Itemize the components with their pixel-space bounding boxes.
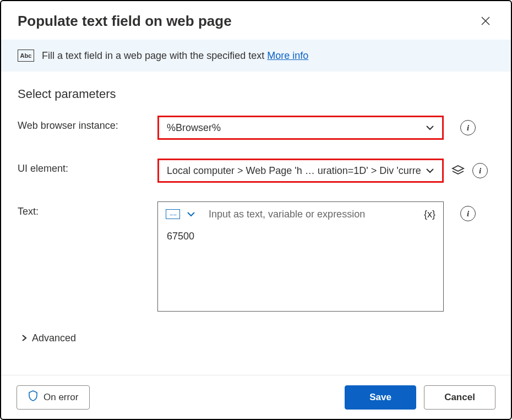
dialog-header: Populate text field on web page [1, 1, 511, 40]
param-row-ui-element: UI element: Local computer > Web Page 'h… [18, 159, 494, 183]
text-input-toolbar: – – Input as text, variable or expressio… [158, 202, 443, 226]
svg-marker-2 [453, 166, 464, 171]
chevron-right-icon [21, 332, 28, 344]
layers-icon [451, 164, 465, 177]
save-button[interactable]: Save [345, 385, 416, 410]
ui-element-label: UI element: [18, 159, 144, 174]
browser-value: %Browser% [167, 122, 221, 134]
text-placeholder: Input as text, variable or expression [209, 209, 417, 220]
dialog-title: Populate text field on web page [18, 13, 232, 30]
chevron-down-icon[interactable] [187, 210, 195, 219]
on-error-button[interactable]: On error [17, 385, 90, 410]
browser-select[interactable]: %Browser% [157, 116, 444, 140]
text-value[interactable]: 67500 [158, 226, 443, 247]
insert-variable-button[interactable]: {x} [424, 209, 435, 220]
dialog-footer: On error Save Cancel [1, 375, 511, 419]
text-mode-icon[interactable]: – – [166, 209, 180, 219]
text-input[interactable]: – – Input as text, variable or expressio… [157, 201, 444, 312]
info-text-wrap: Fill a text field in a web page with the… [42, 50, 308, 62]
info-text: Fill a text field in a web page with the… [42, 50, 267, 61]
param-row-browser: Web browser instance: %Browser% i [18, 116, 494, 140]
ui-element-field-col: Local computer > Web Page 'h … uration=1… [157, 159, 494, 183]
dialog-body: Select parameters Web browser instance: … [1, 72, 511, 375]
ui-element-select[interactable]: Local computer > Web Page 'h … uration=1… [157, 159, 444, 183]
chevron-down-icon [426, 123, 434, 132]
section-heading: Select parameters [18, 87, 494, 101]
chevron-down-icon [426, 166, 434, 175]
footer-actions: Save Cancel [345, 385, 495, 410]
close-icon [481, 16, 491, 26]
info-icon[interactable]: i [460, 120, 476, 135]
shield-icon [28, 390, 38, 404]
cancel-button[interactable]: Cancel [424, 385, 495, 410]
browser-label: Web browser instance: [18, 116, 144, 132]
more-info-link[interactable]: More info [267, 50, 308, 61]
browser-field-col: %Browser% i [157, 116, 494, 140]
on-error-label: On error [43, 392, 78, 403]
close-button[interactable] [477, 12, 494, 30]
advanced-label: Advanced [32, 332, 76, 344]
abc-icon: Abc [18, 50, 34, 62]
advanced-toggle[interactable]: Advanced [18, 330, 76, 350]
dialog: Populate text field on web page Abc Fill… [0, 0, 512, 420]
info-icon[interactable]: i [472, 163, 488, 178]
param-row-text: Text: – – Input as text, variable or exp… [18, 201, 494, 312]
info-bar: Abc Fill a text field in a web page with… [1, 40, 511, 72]
ui-element-value: Local computer > Web Page 'h … uration=1… [167, 165, 421, 177]
text-label: Text: [18, 201, 144, 217]
ui-element-picker-button[interactable] [451, 164, 465, 177]
text-field-col: – – Input as text, variable or expressio… [157, 201, 494, 312]
info-icon[interactable]: i [460, 206, 476, 221]
